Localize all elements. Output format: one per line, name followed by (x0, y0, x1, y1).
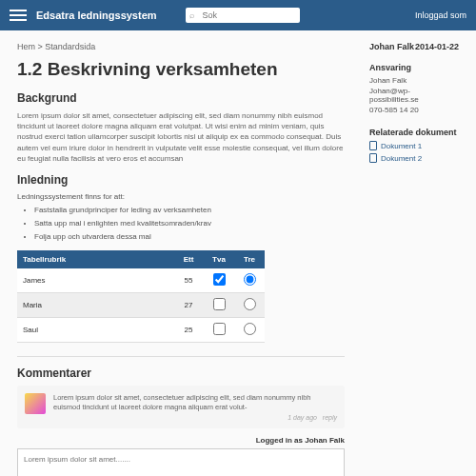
cell-radio[interactable] (234, 268, 265, 293)
table-row[interactable]: Maria 27 (17, 292, 265, 317)
doc-label: Dokument 1 (381, 142, 422, 150)
document-icon (369, 141, 377, 150)
comment-form: Post (17, 448, 345, 476)
cell-name: James (17, 268, 173, 293)
breadcrumb[interactable]: Hem > Standardsida (17, 42, 345, 51)
col-header: Tabellrubrik (17, 250, 173, 268)
cell-checkbox[interactable] (204, 268, 234, 293)
cell-checkbox[interactable] (204, 292, 234, 317)
cell-name: Maria (17, 292, 173, 317)
sidebar-responsible-name: Johan Falk (369, 76, 459, 85)
sidebar-responsible-phone: 070-585 14 20 (369, 106, 459, 114)
hamburger-icon[interactable] (10, 7, 27, 24)
table-row[interactable]: James 55 (17, 268, 265, 293)
table-row[interactable]: Saul 25 (17, 317, 265, 342)
cell-ett: 55 (173, 268, 204, 293)
sidebar-docs-heading: Relaterade dokument (369, 128, 459, 137)
search-field[interactable]: ⌕ (186, 8, 300, 23)
avatar (25, 393, 46, 414)
sidebar-author: Johan Falk (369, 42, 414, 51)
section-background-heading: Backgrund (17, 91, 345, 105)
related-doc-link[interactable]: Dokument 2 (369, 153, 459, 163)
main-content: Hem > Standardsida 1.2 Beskrivning verks… (0, 30, 362, 476)
doc-label: Dokument 2 (381, 154, 422, 163)
sidebar-responsible-heading: Ansvaring (369, 63, 459, 72)
section-intro-lead: Ledningssystement finns for att: (17, 192, 345, 201)
related-doc-link[interactable]: Dokument 1 (369, 141, 459, 150)
comment-input[interactable] (24, 455, 338, 476)
data-table: Tabellrubrik Ett Tva Tre James 55 Maria … (17, 250, 265, 343)
bullet-item: Folja upp och utvardera dessa mal (34, 232, 345, 241)
bullet-item: Satta upp mal i enlighten med kvalitetso… (34, 219, 345, 228)
section-background-body: Lorem ipsum dolor sit amet, consectetuer… (17, 110, 345, 164)
comments-heading: Kommentarer (17, 367, 345, 380)
divider (17, 356, 345, 357)
login-status: Inloggad som (415, 10, 466, 20)
col-header: Tre (234, 250, 265, 268)
comment-reply-link[interactable]: reply (323, 414, 337, 421)
cell-radio[interactable] (234, 317, 265, 342)
col-header: Tva (204, 250, 234, 268)
sidebar-responsible-email: Johan@wp-possibilities.se (369, 87, 459, 104)
col-header: Ett (173, 250, 204, 268)
intro-bullet-list: Faststalla grundprinciper for leding av … (34, 206, 345, 241)
cell-ett: 25 (173, 317, 204, 342)
cell-checkbox[interactable] (204, 317, 234, 342)
brand-title: Edsatra ledningssystem (36, 10, 157, 21)
sidebar: Johan Falk 2014-01-22 Ansvaring Johan Fa… (362, 30, 466, 476)
comment-text: Lorem ipsum dolor sit amet, consectetuer… (53, 393, 337, 412)
sidebar-date: 2014-01-22 (415, 42, 459, 51)
section-intro-heading: Inledning (17, 173, 345, 187)
table-header-row: Tabellrubrik Ett Tva Tre (17, 250, 265, 268)
cell-ett: 27 (173, 292, 204, 317)
page-title: 1.2 Beskrivning verksamheten (17, 59, 345, 80)
bullet-item: Faststalla grundprinciper for leding av … (34, 206, 345, 214)
app-header: Edsatra ledningssystem ⌕ Inloggad som (0, 0, 476, 30)
document-icon (369, 153, 377, 163)
comment-item: Lorem ipsum dolor sit amet, consectetuer… (17, 386, 345, 429)
comment-timestamp: 1 day ago (288, 414, 317, 421)
logged-in-as: Logged in as Johan Falk (17, 436, 345, 445)
search-icon: ⌕ (189, 10, 194, 20)
cell-radio[interactable] (234, 292, 265, 317)
cell-name: Saul (17, 317, 173, 342)
search-input[interactable] (186, 8, 300, 23)
